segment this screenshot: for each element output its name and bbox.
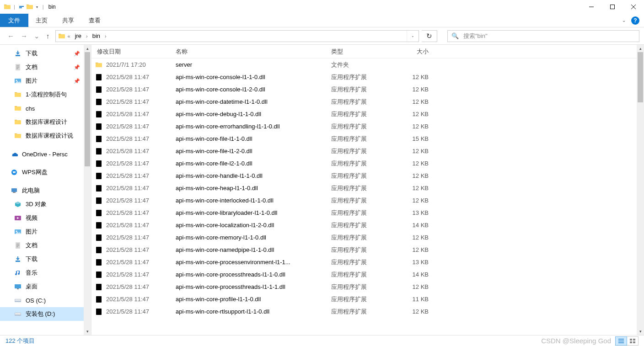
sidebar-item[interactable]: 1-流程控制语句 — [0, 88, 91, 101]
search-input[interactable]: 🔍 搜索"bin" — [447, 30, 639, 42]
back-button[interactable]: ← — [7, 32, 14, 40]
file-list: 修改日期 名称 类型 大小 2021/7/1 17:20 server 文件夹 … — [91, 45, 644, 335]
scrollbar-thumb[interactable] — [638, 52, 643, 102]
file-size: 14 KB — [394, 271, 438, 278]
file-size: 11 KB — [394, 296, 438, 303]
sidebar-item[interactable]: 安装包 (D:) — [0, 307, 91, 321]
dll-icon — [95, 148, 102, 155]
filelist-scrollbar[interactable]: ▴ ▾ — [637, 45, 644, 335]
up-button[interactable]: ↑ — [46, 32, 50, 40]
file-row[interactable]: 2021/5/28 11:47 api-ms-win-core-rtlsuppo… — [91, 305, 644, 318]
file-row[interactable]: 2021/5/28 11:47 api-ms-win-core-interloc… — [91, 194, 644, 207]
file-row[interactable]: 2021/5/28 11:47 api-ms-win-core-debug-l1… — [91, 108, 644, 120]
tab-view[interactable]: 查看 — [81, 14, 108, 27]
address-history-dropdown[interactable]: ⌄ — [407, 31, 419, 42]
address-bar[interactable]: « jre › bin › ⌄ — [55, 30, 419, 42]
dll-icon — [95, 283, 102, 291]
file-row[interactable]: 2021/5/28 11:47 api-ms-win-core-processt… — [91, 268, 644, 281]
tab-share[interactable]: 共享 — [55, 14, 81, 27]
tab-home[interactable]: 主页 — [28, 14, 55, 27]
file-type: 应用程序扩展 — [326, 221, 394, 229]
file-row[interactable]: 2021/5/28 11:47 api-ms-win-core-profile-… — [91, 293, 644, 305]
file-row[interactable]: 2021/5/28 11:47 api-ms-win-core-memory-l… — [91, 231, 644, 244]
scroll-down-icon[interactable]: ▾ — [637, 328, 644, 335]
help-icon[interactable]: ? — [631, 16, 639, 25]
scroll-up-icon[interactable]: ▴ — [84, 45, 91, 52]
file-row[interactable]: 2021/7/1 17:20 server 文件夹 — [91, 59, 644, 71]
file-row[interactable]: 2021/5/28 11:47 api-ms-win-core-datetime… — [91, 96, 644, 108]
breadcrumb-segment[interactable]: bin — [90, 32, 103, 39]
file-row[interactable]: 2021/5/28 11:47 api-ms-win-core-file-l2-… — [91, 157, 644, 170]
sidebar-item-label: 此电脑 — [22, 186, 40, 195]
svg-rect-18 — [630, 339, 632, 341]
history-dropdown-icon[interactable]: ⌄ — [34, 32, 40, 40]
sidebar-item-thispc[interactable]: 此电脑 — [0, 184, 91, 197]
chevron-right-icon[interactable]: › — [103, 33, 108, 39]
sidebar-item[interactable]: OS (C:) — [0, 293, 91, 307]
sidebar-item[interactable]: 桌面 — [0, 280, 91, 293]
breadcrumb-segment[interactable]: jre — [72, 32, 84, 39]
file-row[interactable]: 2021/5/28 11:47 api-ms-win-core-processe… — [91, 256, 644, 268]
file-date: 2021/5/28 11:47 — [106, 283, 149, 290]
tab-file[interactable]: 文件 — [0, 14, 28, 27]
scroll-up-icon[interactable]: ▴ — [637, 45, 644, 52]
view-icons-button[interactable] — [627, 336, 639, 346]
file-row[interactable]: 2021/5/28 11:47 api-ms-win-core-namedpip… — [91, 244, 644, 256]
breadcrumb-overflow-icon[interactable]: « — [66, 33, 72, 39]
header-type[interactable]: 类型 — [326, 48, 394, 56]
file-row[interactable]: 2021/5/28 11:47 api-ms-win-core-heap-l1-… — [91, 182, 644, 194]
sidebar-item[interactable]: chs — [0, 101, 91, 115]
file-row[interactable]: 2021/5/28 11:47 api-ms-win-core-localiza… — [91, 219, 644, 231]
search-icon: 🔍 — [451, 32, 459, 39]
sidebar-item[interactable]: 3D 对象 — [0, 197, 91, 211]
header-date[interactable]: 修改日期 — [91, 48, 170, 56]
header-name[interactable]: 名称 — [170, 48, 326, 56]
document-icon — [14, 63, 22, 71]
sidebar-item-label: 下载 — [26, 49, 38, 58]
dll-icon — [95, 296, 102, 303]
file-row[interactable]: 2021/5/28 11:47 api-ms-win-core-processt… — [91, 281, 644, 293]
sidebar-item[interactable]: 文档 — [0, 239, 91, 252]
sidebar-item[interactable]: 数据库课程设计说 — [0, 129, 91, 143]
qat-open-folder-icon[interactable] — [26, 3, 33, 11]
scroll-down-icon[interactable]: ▾ — [84, 328, 91, 335]
view-details-button[interactable] — [615, 336, 627, 346]
file-row[interactable]: 2021/5/28 11:47 api-ms-win-core-libraryl… — [91, 207, 644, 219]
file-date: 2021/5/28 11:47 — [106, 172, 149, 179]
file-row[interactable]: 2021/5/28 11:47 api-ms-win-core-file-l1-… — [91, 145, 644, 157]
minimize-button[interactable] — [581, 0, 602, 14]
titlebar: | ▾ | bin — [0, 0, 644, 14]
sidebar-item[interactable]: 音乐 — [0, 266, 91, 280]
file-type: 应用程序扩展 — [326, 122, 394, 131]
file-row[interactable]: 2021/5/28 11:47 api-ms-win-core-handle-l… — [91, 170, 644, 182]
file-row[interactable]: 2021/5/28 11:47 api-ms-win-core-errorhan… — [91, 120, 644, 133]
close-button[interactable] — [623, 0, 644, 14]
sidebar-item[interactable]: 视频 — [0, 211, 91, 225]
qat-properties-icon[interactable] — [18, 3, 25, 11]
sidebar-scrollbar[interactable]: ▴ ▾ — [84, 45, 91, 335]
chevron-right-icon[interactable]: › — [84, 33, 90, 39]
file-date: 2021/5/28 11:47 — [106, 98, 149, 105]
file-row[interactable]: 2021/5/28 11:47 api-ms-win-core-console-… — [91, 83, 644, 96]
qat-dropdown-icon[interactable]: ▾ — [34, 5, 40, 9]
refresh-button[interactable]: ↻ — [422, 30, 437, 42]
file-row[interactable]: 2021/5/28 11:47 api-ms-win-core-console-… — [91, 71, 644, 83]
file-row[interactable]: 2021/5/28 11:47 api-ms-win-core-file-l1-… — [91, 133, 644, 145]
sidebar-item[interactable]: 图片📌 — [0, 74, 91, 88]
sidebar-item-label: chs — [26, 105, 35, 112]
music-icon — [14, 269, 22, 277]
sidebar-item[interactable]: 图片 — [0, 225, 91, 239]
sidebar-item[interactable]: OneDrive - Persc — [0, 147, 91, 161]
ribbon-expand-icon[interactable]: ⌄ — [620, 16, 628, 25]
sidebar-item[interactable]: 下载 — [0, 252, 91, 266]
sidebar-item[interactable]: 下载📌 — [0, 47, 91, 60]
sidebar-item[interactable]: 数据库课程设计 — [0, 115, 91, 129]
maximize-button[interactable] — [602, 0, 623, 14]
sidebar-item[interactable]: WPS网盘 — [0, 165, 91, 179]
forward-button[interactable]: → — [21, 32, 27, 40]
sidebar-item[interactable]: 文档📌 — [0, 60, 91, 74]
file-date: 2021/5/28 11:47 — [106, 123, 149, 130]
svg-rect-19 — [633, 339, 635, 341]
scrollbar-thumb[interactable] — [85, 52, 90, 166]
header-size[interactable]: 大小 — [394, 48, 438, 56]
